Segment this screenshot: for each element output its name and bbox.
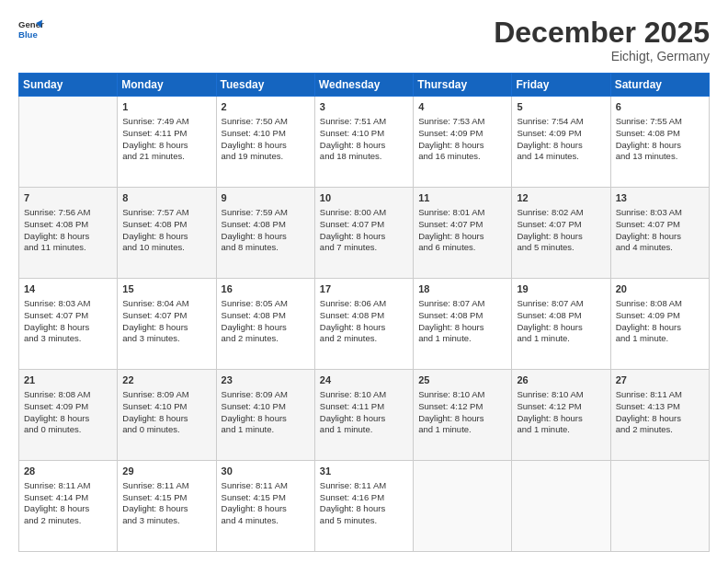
day-info-line: Daylight: 8 hours <box>122 231 210 243</box>
day-info-line: Sunset: 4:10 PM <box>320 128 408 140</box>
day-info-line: Sunrise: 8:11 AM <box>24 480 112 492</box>
day-info-line: Sunset: 4:09 PM <box>517 128 605 140</box>
day-info-line: Sunrise: 8:11 AM <box>222 480 310 492</box>
day-info-line: and 18 minutes. <box>320 151 408 163</box>
table-row: 16Sunrise: 8:05 AMSunset: 4:08 PMDayligh… <box>216 279 314 370</box>
day-number: 17 <box>320 282 408 296</box>
table-row: 22Sunrise: 8:09 AMSunset: 4:10 PMDayligh… <box>118 370 216 461</box>
day-info-line: Sunset: 4:07 PM <box>320 219 408 231</box>
day-number: 16 <box>222 282 310 296</box>
day-info-line: Daylight: 8 hours <box>418 231 506 243</box>
day-number: 29 <box>122 465 210 478</box>
day-info-line: Daylight: 8 hours <box>320 322 408 334</box>
day-info-line: and 1 minute. <box>418 333 506 345</box>
day-info-line: Daylight: 8 hours <box>222 140 310 152</box>
table-row <box>19 97 118 188</box>
day-info-line: and 4 minutes. <box>616 242 704 254</box>
table-row: 13Sunrise: 8:03 AMSunset: 4:07 PMDayligh… <box>610 188 709 279</box>
day-info-line: Daylight: 8 hours <box>222 231 310 243</box>
day-info-line: Sunset: 4:08 PM <box>222 219 310 231</box>
table-row: 17Sunrise: 8:06 AMSunset: 4:08 PMDayligh… <box>314 279 413 370</box>
day-info-line: Sunrise: 8:11 AM <box>122 480 210 492</box>
calendar-week-row: 21Sunrise: 8:08 AMSunset: 4:09 PMDayligh… <box>19 370 710 461</box>
table-row: 15Sunrise: 8:04 AMSunset: 4:07 PMDayligh… <box>118 279 216 370</box>
day-info-line: Sunset: 4:10 PM <box>222 128 310 140</box>
day-number: 19 <box>517 282 605 296</box>
day-info-line: Daylight: 8 hours <box>418 413 506 425</box>
day-info-line: and 16 minutes. <box>418 151 506 163</box>
day-info-line: Sunset: 4:11 PM <box>122 128 210 140</box>
table-row: 9Sunrise: 7:59 AMSunset: 4:08 PMDaylight… <box>216 188 314 279</box>
day-info-line: Daylight: 8 hours <box>122 503 210 515</box>
calendar-week-row: 28Sunrise: 8:11 AMSunset: 4:14 PMDayligh… <box>19 461 710 552</box>
day-number: 25 <box>418 373 506 387</box>
day-info-line: Sunrise: 8:03 AM <box>24 298 112 310</box>
day-info-line: Sunrise: 7:53 AM <box>418 116 506 128</box>
day-info-line: Daylight: 8 hours <box>122 322 210 334</box>
day-info-line: Sunset: 4:14 PM <box>24 492 112 504</box>
day-info-line: and 7 minutes. <box>320 242 408 254</box>
day-info-line: Sunrise: 8:01 AM <box>418 207 506 219</box>
day-info-line: Daylight: 8 hours <box>222 322 310 334</box>
logo: General Blue <box>18 17 44 42</box>
day-info-line: Sunrise: 8:10 AM <box>517 389 605 401</box>
table-row: 12Sunrise: 8:02 AMSunset: 4:07 PMDayligh… <box>512 188 610 279</box>
day-info-line: Daylight: 8 hours <box>24 322 112 334</box>
table-row: 28Sunrise: 8:11 AMSunset: 4:14 PMDayligh… <box>19 461 118 552</box>
calendar-week-row: 1Sunrise: 7:49 AMSunset: 4:11 PMDaylight… <box>19 97 710 188</box>
table-row: 24Sunrise: 8:10 AMSunset: 4:11 PMDayligh… <box>314 370 413 461</box>
day-number: 26 <box>517 373 605 387</box>
day-info-line: and 2 minutes. <box>24 515 112 527</box>
day-number: 30 <box>222 465 310 478</box>
day-info-line: and 1 minute. <box>616 333 704 345</box>
day-info-line: Sunrise: 7:51 AM <box>320 116 408 128</box>
day-number: 22 <box>122 373 210 387</box>
day-info-line: Daylight: 8 hours <box>222 413 310 425</box>
day-info-line: Daylight: 8 hours <box>320 140 408 152</box>
day-info-line: and 21 minutes. <box>122 151 210 163</box>
table-row: 25Sunrise: 8:10 AMSunset: 4:12 PMDayligh… <box>414 370 512 461</box>
day-number: 7 <box>24 191 112 205</box>
day-info-line: Daylight: 8 hours <box>122 413 210 425</box>
day-info-line: Sunrise: 7:56 AM <box>24 207 112 219</box>
header-saturday: Saturday <box>610 74 709 97</box>
day-info-line: and 2 minutes. <box>320 333 408 345</box>
day-info-line: Daylight: 8 hours <box>517 322 605 334</box>
day-info-line: Sunset: 4:08 PM <box>616 128 704 140</box>
day-info-line: and 2 minutes. <box>222 333 310 345</box>
day-info-line: and 11 minutes. <box>24 242 112 254</box>
table-row: 6Sunrise: 7:55 AMSunset: 4:08 PMDaylight… <box>610 97 709 188</box>
day-number: 13 <box>616 191 704 205</box>
day-info-line: Sunset: 4:07 PM <box>122 310 210 322</box>
day-info-line: Sunset: 4:09 PM <box>24 401 112 413</box>
day-info-line: and 1 minute. <box>222 424 310 436</box>
day-info-line: Sunrise: 7:50 AM <box>222 116 310 128</box>
day-info-line: Daylight: 8 hours <box>418 322 506 334</box>
svg-text:Blue: Blue <box>18 29 38 40</box>
table-row: 8Sunrise: 7:57 AMSunset: 4:08 PMDaylight… <box>118 188 216 279</box>
day-number: 12 <box>517 191 605 205</box>
day-info-line: Sunrise: 8:07 AM <box>517 298 605 310</box>
table-row: 31Sunrise: 8:11 AMSunset: 4:16 PMDayligh… <box>314 461 413 552</box>
day-info-line: Daylight: 8 hours <box>24 413 112 425</box>
day-info-line: Sunset: 4:16 PM <box>320 492 408 504</box>
day-info-line: Sunrise: 7:55 AM <box>616 116 704 128</box>
day-info-line: Sunrise: 7:59 AM <box>222 207 310 219</box>
day-number: 20 <box>616 282 704 296</box>
day-info-line: Daylight: 8 hours <box>320 503 408 515</box>
day-info-line: Daylight: 8 hours <box>24 503 112 515</box>
day-info-line: Sunset: 4:11 PM <box>320 401 408 413</box>
weekday-header-row: Sunday Monday Tuesday Wednesday Thursday… <box>19 74 710 97</box>
table-row <box>414 461 512 552</box>
table-row: 23Sunrise: 8:09 AMSunset: 4:10 PMDayligh… <box>216 370 314 461</box>
calendar-week-row: 7Sunrise: 7:56 AMSunset: 4:08 PMDaylight… <box>19 188 710 279</box>
day-info-line: and 4 minutes. <box>222 515 310 527</box>
day-info-line: Sunset: 4:09 PM <box>418 128 506 140</box>
day-info-line: Sunset: 4:15 PM <box>222 492 310 504</box>
day-number: 27 <box>616 373 704 387</box>
day-info-line: Daylight: 8 hours <box>517 140 605 152</box>
day-info-line: and 13 minutes. <box>616 151 704 163</box>
header-monday: Monday <box>118 74 216 97</box>
day-info-line: and 3 minutes. <box>122 515 210 527</box>
day-number: 8 <box>122 191 210 205</box>
